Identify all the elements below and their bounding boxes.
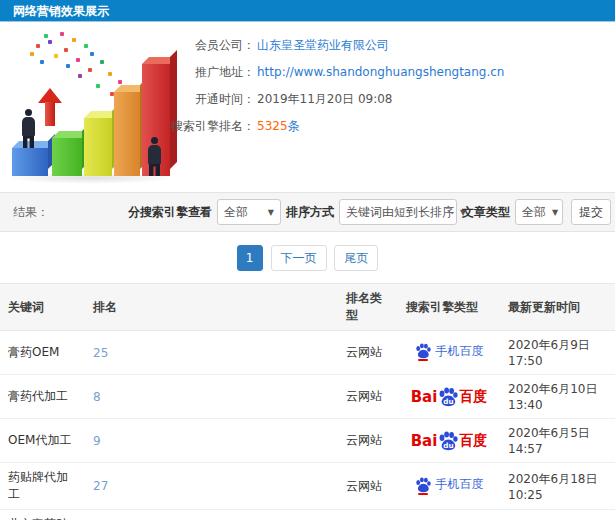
engine-filter-value: 全部 — [224, 204, 248, 221]
rank-type-cell: 云网站 — [338, 419, 398, 463]
businessman-figure-left — [22, 109, 35, 148]
engine-logo: 手机百度 Baidu百度 — [415, 482, 484, 496]
chevron-down-icon: ▼ — [546, 208, 558, 217]
engine-rank-unit: 条 — [288, 119, 300, 133]
baidu-paw-icon — [415, 343, 431, 359]
rank-type-cell: 云网站 — [338, 463, 398, 510]
rank-link[interactable]: 25 — [93, 346, 108, 360]
svg-text:du: du — [444, 441, 454, 450]
engine-logo: 手机百度 Baidu百度 — [411, 435, 488, 449]
filter-bar: 结果： 分搜索引擎查看 全部 ▼ 排序方式 关键词由短到长排序 ▼ 文章类型 全… — [0, 192, 615, 232]
col-keyword: 关键词 — [0, 284, 85, 331]
chart-bar-yellow — [84, 118, 112, 176]
table-row: 膏药代加工 8 云网站 手机百度 Baidu百度 2020年6月10日 13:4… — [0, 375, 615, 419]
svg-text:du: du — [444, 397, 454, 406]
submit-button[interactable]: 提交 — [571, 199, 611, 225]
up-arrow-icon — [38, 88, 62, 126]
filter-group: 分搜索引擎查看 全部 ▼ 排序方式 关键词由短到长排序 ▼ 文章类型 全部 ▼ … — [123, 199, 611, 225]
mobile-baidu-logo: 手机百度 — [415, 343, 484, 360]
keyword-cell: 膏药OEM — [0, 331, 85, 375]
article-type-select[interactable]: 全部 ▼ — [515, 199, 563, 225]
sort-filter-value: 关键词由短到长排序 — [346, 204, 454, 221]
keyword-cell: 膏药代加工 — [0, 375, 85, 419]
rank-link[interactable]: 8 — [93, 390, 101, 404]
sort-filter-label: 排序方式 — [286, 204, 334, 221]
engine-rank-count: 5325 — [257, 119, 288, 133]
chart-bar-green — [52, 138, 82, 176]
businessman-figure-right — [148, 137, 161, 176]
chart-bar-blue — [12, 148, 48, 176]
sort-filter-select[interactable]: 关键词由短到长排序 ▼ — [339, 199, 457, 225]
mobile-baidu-logo: 手机百度 — [415, 476, 484, 493]
rank-link[interactable]: 27 — [93, 479, 108, 493]
page-title: 网络营销效果展示 — [13, 4, 109, 18]
member-company-label: 会员公司： — [171, 38, 255, 52]
baidu-paw-icon: du — [438, 431, 458, 451]
promo-url-link[interactable]: http://www.shandonghuangshengtang.cn — [257, 65, 504, 79]
keyword-cell: OEM代加工 — [0, 419, 85, 463]
updated-cell: 2020年6月10日 13:40 — [500, 375, 615, 419]
updated-cell: 2020年6月11日 11:18 — [500, 510, 615, 520]
table-header-row: 关键词 排名 排名类型 搜索引擎类型 最新更新时间 — [0, 284, 615, 331]
member-info-panel: 会员公司： 山东皇圣堂药业有限公司 推广地址： http://www.shand… — [171, 38, 504, 146]
col-engine-type: 搜索引擎类型 — [398, 284, 500, 331]
baidu-logo: Baidu百度 — [411, 387, 488, 407]
member-company-row: 会员公司： 山东皇圣堂药业有限公司 — [171, 38, 504, 52]
open-time-value: 2019年11月20日 09:08 — [257, 92, 392, 106]
engine-logo: 手机百度 Baidu百度 — [411, 391, 488, 405]
next-page-button[interactable]: 下一页 — [271, 245, 327, 271]
article-type-value: 全部 — [522, 204, 546, 221]
last-page-button[interactable]: 尾页 — [334, 245, 378, 271]
updated-cell: 2020年6月9日 17:50 — [500, 331, 615, 375]
promo-url-row: 推广地址： http://www.shandonghuangshengtang.… — [171, 65, 504, 79]
rank-type-cell: 云网站 — [338, 375, 398, 419]
updated-cell: 2020年6月18日 10:25 — [500, 463, 615, 510]
col-rank: 排名 — [85, 284, 338, 331]
open-time-row: 开通时间： 2019年11月20日 09:08 — [171, 92, 504, 106]
page-1-button[interactable]: 1 — [237, 245, 263, 271]
table-row: 北京膏药贴牌 1 云网站 手机百度 Baidu百度 2020年6月11日 11:… — [0, 510, 615, 520]
engine-filter-label: 分搜索引擎查看 — [128, 204, 212, 221]
rank-link[interactable]: 9 — [93, 434, 101, 448]
col-updated: 最新更新时间 — [500, 284, 615, 331]
open-time-label: 开通时间： — [171, 92, 255, 106]
header-section: 会员公司： 山东皇圣堂药业有限公司 推广地址： http://www.shand… — [0, 22, 615, 192]
engine-rank-row: 搜索引擎排名： 5325条 — [171, 119, 504, 133]
pagination: 1 下一页 尾页 — [0, 232, 615, 283]
updated-cell: 2020年6月5日 14:57 — [500, 419, 615, 463]
article-type-label: 文章类型 — [462, 204, 510, 221]
engine-rank-label: 搜索引擎排名： — [171, 119, 255, 133]
baidu-logo: Baidu百度 — [411, 431, 488, 451]
baidu-paw-icon — [415, 477, 431, 493]
keyword-cell: 北京膏药贴牌 — [0, 510, 85, 520]
engine-filter-select[interactable]: 全部 ▼ — [217, 199, 281, 225]
col-rank-type: 排名类型 — [338, 284, 398, 331]
baidu-paw-icon: du — [438, 387, 458, 407]
table-row: 膏药OEM 25 云网站 手机百度 Baidu百度 2020年6月9日 17:5… — [0, 331, 615, 375]
chart-bar-orange — [114, 92, 140, 176]
bar-chart-illustration — [0, 30, 185, 188]
member-company-link[interactable]: 山东皇圣堂药业有限公司 — [257, 38, 389, 52]
chevron-down-icon: ▼ — [262, 208, 274, 217]
engine-logo: 手机百度 Baidu百度 — [415, 348, 484, 362]
rank-type-cell: 云网站 — [338, 510, 398, 520]
table-row: 药贴牌代加工 27 云网站 手机百度 Baidu百度 2020年6月18日 10… — [0, 463, 615, 510]
confetti-decoration — [0, 30, 4, 34]
table-row: OEM代加工 9 云网站 手机百度 Baidu百度 2020年6月5日 14:5… — [0, 419, 615, 463]
result-label: 结果： — [13, 204, 49, 221]
rank-type-cell: 云网站 — [338, 331, 398, 375]
results-table: 关键词 排名 排名类型 搜索引擎类型 最新更新时间 膏药OEM 25 云网站 手… — [0, 283, 615, 520]
promo-url-label: 推广地址： — [171, 65, 255, 79]
keyword-cell: 药贴牌代加工 — [0, 463, 85, 510]
title-bar: 网络营销效果展示 — [0, 0, 615, 22]
